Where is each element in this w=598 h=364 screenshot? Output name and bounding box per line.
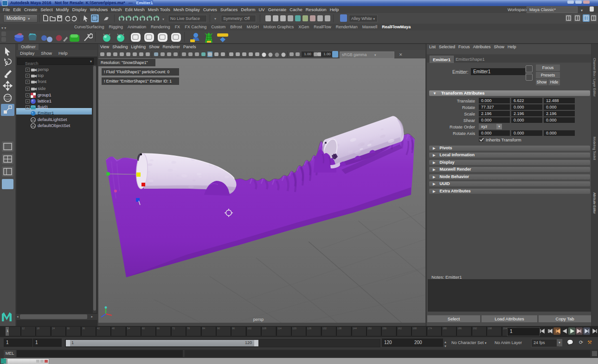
- svg-text:persp: persp: [253, 317, 264, 322]
